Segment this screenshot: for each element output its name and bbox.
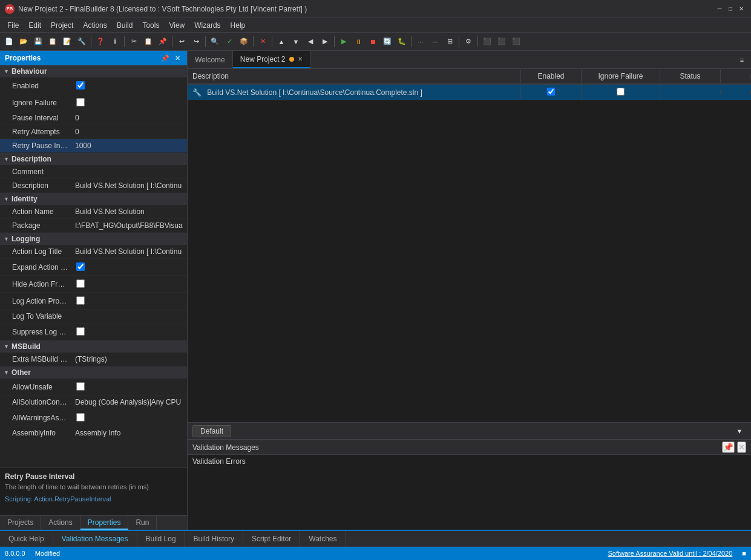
all-warnings-checkbox[interactable] (76, 413, 85, 422)
maximize-button[interactable]: □ (726, 4, 735, 14)
delete-button[interactable]: ✕ (256, 35, 269, 48)
tab-welcome[interactable]: Welcome (188, 51, 233, 68)
status-license: Software Assurance Valid until : 2/04/20… (608, 550, 732, 557)
tab-close-icon[interactable]: ✕ (298, 56, 303, 62)
section-logging[interactable]: ▼ Logging (0, 233, 187, 245)
bottom-tab-quick-help[interactable]: Quick Help (0, 531, 53, 547)
suppress-log-checkbox[interactable] (76, 327, 85, 336)
pin-button[interactable]: 📌 (160, 53, 170, 63)
stop4-button[interactable]: ⬛ (510, 35, 523, 48)
run-button[interactable]: ▶ (337, 35, 350, 48)
tab-menu-button[interactable]: ≡ (735, 53, 749, 67)
restart-button[interactable]: 🔄 (381, 35, 394, 48)
toolbar-btn-4[interactable]: 📋 (46, 35, 59, 48)
bottom-tab-validation[interactable]: Validation Messages (53, 531, 137, 547)
undo-button[interactable]: ↩ (175, 35, 188, 48)
paste-button[interactable]: 📌 (156, 35, 169, 48)
log-action-prop-checkbox[interactable] (76, 296, 85, 305)
prop-all-warnings: AllWarningsAsError (0, 409, 187, 426)
section-description[interactable]: ▼ Description (0, 153, 187, 165)
grid-button[interactable]: ⊞ (443, 35, 456, 48)
close-props-button[interactable]: ✕ (172, 53, 182, 63)
menu-item-view[interactable]: View (164, 20, 189, 31)
new-button[interactable]: 📄 (2, 35, 16, 48)
info-button[interactable]: ℹ (108, 35, 122, 48)
prop-hide-action: Hide Action From Lo (0, 276, 187, 293)
settings-button[interactable]: ⚙ (462, 35, 475, 48)
section-behaviour[interactable]: ▼ Behaviour (0, 65, 187, 77)
help-button[interactable]: ❓ (94, 35, 107, 48)
redo-button[interactable]: ↪ (189, 35, 203, 48)
stop2-button[interactable]: ⬛ (480, 35, 494, 48)
bottom-tab-build-history[interactable]: Build History (185, 531, 243, 547)
main-content: Properties 📌 ✕ ▼ Behaviour Enabled (0, 51, 751, 560)
menu-item-help[interactable]: Help (226, 20, 251, 31)
expand-identity-icon: ▼ (4, 196, 9, 202)
default-button[interactable]: Default (192, 425, 231, 437)
close-validation-button[interactable]: ✕ (737, 441, 746, 453)
grid-header: Description Enabled Ignore Failure Statu… (188, 69, 751, 85)
default-bar-menu-button[interactable]: ▼ (733, 425, 746, 438)
close-button[interactable]: ✕ (736, 4, 746, 14)
check-button[interactable]: ✓ (223, 35, 236, 48)
tab-run[interactable]: Run (128, 516, 157, 530)
menu-item-file[interactable]: File (2, 20, 24, 31)
save-button[interactable]: 💾 (31, 35, 45, 48)
stop-button[interactable]: ⏹ (366, 35, 379, 48)
open-button[interactable]: 📂 (17, 35, 30, 48)
expand-msbuild-icon: ▼ (4, 343, 9, 350)
down-button[interactable]: ▼ (289, 35, 303, 48)
menu-item-tools[interactable]: Tools (137, 20, 164, 31)
debug-button[interactable]: 🐛 (395, 35, 408, 48)
cut-button[interactable]: ✂ (127, 35, 140, 48)
ignore-failure-checkbox[interactable] (76, 98, 85, 106)
menu-item-build[interactable]: Build (112, 20, 138, 31)
enabled-checkbox[interactable] (76, 81, 85, 90)
prop-allow-unsafe-label: AllowUnsafe (0, 382, 73, 392)
bottom-tab-script-editor[interactable]: Script Editor (243, 531, 300, 547)
tab-properties[interactable]: Properties (80, 516, 129, 530)
prop-suppress-log-label: Suppress Log Mess (0, 327, 73, 337)
find-button[interactable]: 🔍 (208, 35, 221, 48)
section-other[interactable]: ▼ Other (0, 366, 187, 379)
hide-action-checkbox[interactable] (76, 279, 85, 288)
section-msbuild[interactable]: ▼ MSBuild (0, 340, 187, 353)
separator-9 (459, 36, 459, 47)
grid-row-1[interactable]: 🔧 Build VS.Net Solution [ I:\Continua\So… (188, 85, 751, 100)
minimize-button[interactable]: ─ (715, 4, 724, 14)
tab-new-project[interactable]: New Project 2 ✕ (233, 51, 310, 68)
row1-ignore-checkbox[interactable] (617, 88, 625, 96)
menu-item-actions[interactable]: Actions (78, 20, 111, 31)
tab-projects[interactable]: Projects (0, 516, 41, 530)
toolbar-btn-6[interactable]: 🔧 (75, 35, 88, 48)
bottom-tab-watches[interactable]: Watches (300, 531, 346, 547)
up-button[interactable]: ▲ (275, 35, 288, 48)
copy-button[interactable]: 📋 (142, 35, 155, 48)
prop-description-value: Build VS.Net Solution [ I:\Continu (73, 180, 187, 191)
bottom-tab-build-log[interactable]: Build Log (137, 531, 185, 547)
section-description-label: Description (11, 155, 51, 163)
menu-item-project[interactable]: Project (46, 20, 78, 31)
menu-item-edit[interactable]: Edit (24, 20, 46, 31)
pause-button[interactable]: ⏸ (352, 35, 365, 48)
right-button[interactable]: ▶ (318, 35, 332, 48)
pin-validation-button[interactable]: 📌 (722, 441, 735, 453)
expand-description-icon: ▼ (4, 156, 9, 162)
prop-package-value: I:\FBAT_HG\Output\FB8\FBVisua (73, 220, 187, 231)
row1-enabled-checkbox[interactable] (547, 88, 555, 96)
validation-content: Validation Errors (188, 455, 751, 530)
section-identity[interactable]: ▼ Identity (0, 193, 187, 205)
prop-ignore-failure-label: Ignore Failure (0, 97, 73, 108)
expand-action-log-checkbox[interactable] (76, 262, 85, 271)
prop-comment-value (73, 171, 187, 173)
dots-button-2[interactable]: ··· (428, 35, 442, 48)
tab-actions[interactable]: Actions (41, 516, 80, 530)
dots-button-1[interactable]: ··· (414, 35, 427, 48)
menu-item-wizards[interactable]: Wizards (189, 20, 225, 31)
allow-unsafe-checkbox[interactable] (76, 382, 85, 391)
toolbar-btn-5[interactable]: 📝 (61, 35, 74, 48)
stop3-button[interactable]: ⬛ (495, 35, 508, 48)
section-msbuild-label: MSBuild (11, 342, 41, 351)
build-button[interactable]: 📦 (237, 35, 251, 48)
left-button[interactable]: ◀ (304, 35, 317, 48)
